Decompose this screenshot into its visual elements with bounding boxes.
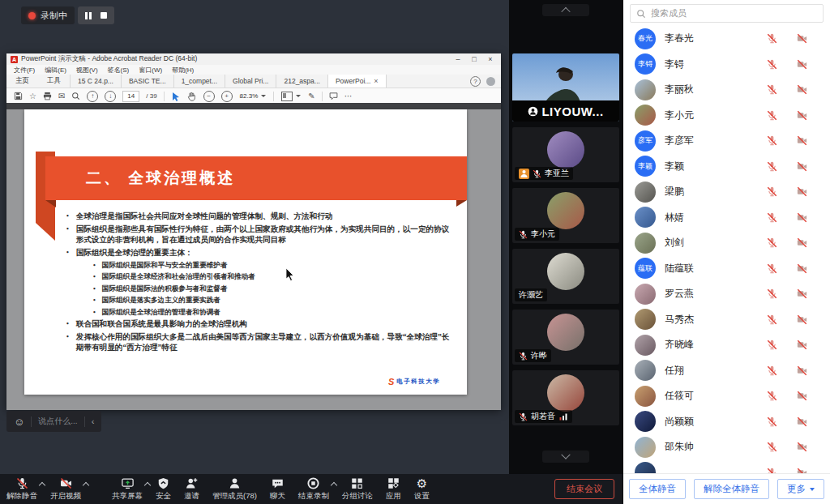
menu-item[interactable]: 签名(S) [108, 66, 130, 75]
maximize-button[interactable]: □ [468, 53, 481, 65]
invite-button[interactable]: 邀请 [178, 476, 206, 503]
mic-off-icon[interactable] [767, 237, 777, 248]
end-meeting-button[interactable]: 结束会议 [554, 479, 614, 499]
document-tab[interactable]: Global Pri... × [225, 75, 276, 88]
member-row[interactable]: 刘剑 [623, 230, 830, 256]
member-row[interactable]: 李丽秋 [623, 77, 830, 103]
next-page-icon[interactable]: ↓ [105, 91, 116, 102]
sign-tool-icon[interactable]: ✎ [308, 92, 314, 100]
mic-off-icon[interactable] [767, 442, 777, 452]
camera-off-icon[interactable] [797, 212, 807, 223]
member-row[interactable] [623, 460, 830, 474]
camera-off-icon[interactable] [797, 314, 807, 325]
page-number-input[interactable]: 14 [122, 91, 139, 102]
mic-off-icon[interactable] [767, 186, 777, 197]
document-tab[interactable]: 212_aspa... × [276, 75, 327, 88]
more-button[interactable]: 更多 [777, 479, 824, 499]
video-tile[interactable]: 许晔 [512, 310, 619, 365]
minimize-button[interactable]: – [451, 53, 464, 65]
menu-item[interactable]: 窗口(W) [139, 66, 162, 75]
camera-off-icon[interactable] [797, 442, 807, 452]
breakout-rooms-button[interactable]: 分组讨论 [336, 476, 379, 503]
account-icon[interactable] [486, 77, 495, 86]
start-video-button[interactable]: 开启视频 [44, 476, 88, 503]
collapse-strip-button[interactable] [542, 4, 589, 16]
settings-button[interactable]: ⚙ 设置 [408, 476, 436, 503]
member-row[interactable]: 马秀杰 [623, 307, 830, 333]
close-tab-icon[interactable]: × [374, 77, 378, 85]
mic-off-icon[interactable] [767, 59, 777, 70]
zoom-out-icon[interactable]: − [203, 91, 215, 102]
save-icon[interactable] [14, 92, 23, 100]
menu-item[interactable]: 帮助(H) [172, 66, 194, 75]
camera-off-icon[interactable] [797, 416, 807, 427]
mic-off-icon[interactable] [767, 263, 777, 274]
select-tool-icon[interactable] [171, 92, 181, 101]
member-row[interactable]: 梁鹏 [623, 179, 830, 205]
mic-off-icon[interactable] [767, 288, 777, 299]
camera-off-icon[interactable] [797, 263, 807, 274]
tab-tools[interactable]: 工具 [38, 75, 70, 88]
member-row[interactable]: 李小元 [623, 103, 830, 129]
mute-all-button[interactable]: 全体静音 [629, 479, 686, 499]
camera-off-icon[interactable] [797, 340, 807, 350]
search-icon[interactable] [71, 92, 80, 100]
camera-off-icon[interactable] [797, 135, 807, 146]
camera-off-icon[interactable] [797, 33, 807, 44]
unmute-all-button[interactable]: 解除全体静音 [694, 479, 769, 499]
page-view-dropdown[interactable] [280, 91, 302, 102]
email-icon[interactable]: ✉ [58, 92, 65, 100]
chat-button[interactable]: 聊天 [263, 476, 292, 503]
menu-item[interactable]: 编辑(E) [45, 66, 66, 75]
close-button[interactable]: × [484, 53, 497, 65]
member-row[interactable]: 齐晓峰 [623, 332, 830, 358]
menu-item[interactable]: 文件(F) [14, 66, 35, 75]
video-tile[interactable]: LIYOUW... [512, 53, 619, 122]
member-row[interactable]: 李颖 李颖 [623, 154, 830, 180]
video-tile[interactable]: 许灏艺 [512, 249, 619, 304]
help-icon[interactable]: ? [470, 76, 481, 87]
camera-off-icon[interactable] [797, 84, 807, 95]
mic-off-icon[interactable] [767, 135, 777, 146]
mic-off-icon[interactable] [767, 365, 777, 376]
member-row[interactable]: 任翔 [623, 358, 830, 384]
stop-recording-button[interactable] [101, 12, 107, 19]
camera-off-icon[interactable] [797, 110, 807, 121]
emoji-icon[interactable]: ☺ [14, 416, 24, 427]
share-screen-button[interactable]: 共享屏幕 [105, 476, 149, 503]
pdf-viewport[interactable]: 二、 全球治理概述 • 全球治理是指国际社会共同应对全球性问题的管理体制、规则、… [6, 103, 501, 410]
member-row[interactable]: 尚颖颖 [623, 409, 830, 435]
member-row[interactable]: 春光 李春光 [623, 26, 830, 52]
mic-off-icon[interactable] [767, 110, 777, 121]
member-row[interactable]: 林婧 [623, 205, 830, 231]
manage-members-button[interactable]: 管理成员(78) [206, 476, 263, 503]
tab-home[interactable]: 主页 [6, 75, 38, 88]
camera-off-icon[interactable] [797, 391, 807, 401]
camera-off-icon[interactable] [797, 186, 807, 197]
camera-off-icon[interactable] [797, 288, 807, 299]
member-row[interactable]: 蕴联 陆蕴联 [623, 256, 830, 282]
acrobat-titlebar[interactable]: A PowerPoint 演示文稿 - Adobe Acrobat Reader… [6, 53, 501, 65]
previous-page-icon[interactable]: ↑ [87, 91, 98, 102]
video-tile[interactable]: 胡若音 [512, 370, 619, 425]
member-list[interactable]: 春光 李春光 李锝 李锝 李丽秋 李小元 彦军 李彦军 李颖 李颖 梁鹏 林婧 [623, 26, 830, 473]
overflow-menu-icon[interactable]: ⋯ [344, 92, 353, 100]
menu-item[interactable]: 视图(V) [76, 66, 98, 75]
mic-off-icon[interactable] [767, 314, 777, 325]
camera-off-icon[interactable] [797, 161, 807, 172]
hand-tool-icon[interactable] [187, 92, 197, 101]
mic-off-icon[interactable] [767, 161, 777, 172]
video-tile[interactable]: 李亚兰 [512, 127, 619, 182]
mic-off-icon[interactable] [767, 84, 777, 95]
stop-recording-toolbar-button[interactable]: 结束录制 [292, 476, 336, 503]
member-row[interactable]: 罗云燕 [623, 281, 830, 307]
video-tile[interactable]: 李小元 [512, 188, 619, 243]
mic-off-icon[interactable] [767, 416, 777, 427]
collapse-chat-icon[interactable]: ‹ [92, 417, 95, 426]
member-row[interactable]: 李锝 李锝 [623, 52, 830, 78]
mic-off-icon[interactable] [767, 468, 777, 473]
pause-recording-button[interactable] [85, 12, 92, 19]
search-members-input[interactable]: 搜索成员 [630, 4, 824, 23]
mic-off-icon[interactable] [767, 33, 777, 44]
apps-button[interactable]: 应用 [379, 476, 408, 503]
